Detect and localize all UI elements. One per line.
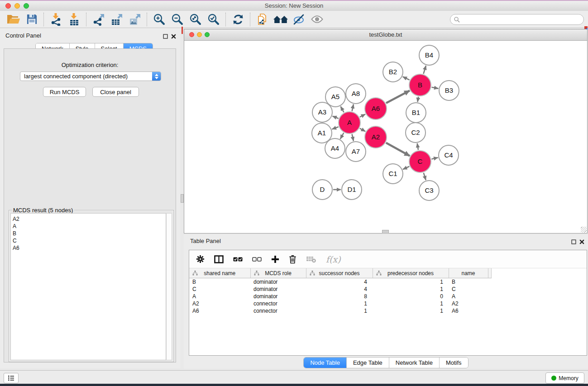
graph-node-label: A5 bbox=[331, 93, 339, 100]
column-header-successor-nodes[interactable]: successor nodes bbox=[306, 268, 373, 278]
table-panel-close-button[interactable] bbox=[579, 238, 584, 243]
graph-edge-A-A4[interactable] bbox=[340, 133, 344, 139]
graph-node-B[interactable]: B bbox=[409, 74, 431, 96]
graph-edge-A-A2[interactable] bbox=[360, 129, 365, 132]
table-row[interactable]: A6connector11A6 bbox=[189, 307, 491, 315]
graph-node-A[interactable]: A bbox=[339, 112, 360, 133]
graph-edge-A-A7[interactable] bbox=[352, 134, 354, 141]
run-mcds-button[interactable]: Run MCDS bbox=[43, 87, 86, 97]
column-header-shared-name[interactable]: shared name bbox=[189, 268, 250, 278]
graph-node-B1[interactable]: B1 bbox=[406, 103, 426, 123]
import-network-button[interactable] bbox=[47, 12, 65, 27]
graph-node-B2[interactable]: B2 bbox=[383, 62, 403, 82]
open-session-button[interactable] bbox=[5, 12, 23, 27]
function-builder-button[interactable]: f(x) bbox=[326, 254, 341, 264]
mcds-result-item[interactable]: A2 bbox=[13, 215, 166, 223]
tab-motifs[interactable]: Motifs bbox=[440, 357, 468, 368]
show-hide-button[interactable] bbox=[290, 12, 308, 27]
graph-edge-B-B4[interactable] bbox=[424, 66, 426, 74]
graph-edge-C-C3[interactable] bbox=[424, 173, 426, 180]
graph-edge-C-C2[interactable] bbox=[417, 143, 418, 150]
graph-node-C2[interactable]: C2 bbox=[406, 123, 425, 143]
show-column-panel-button[interactable] bbox=[214, 255, 224, 263]
task-history-button[interactable] bbox=[4, 373, 19, 383]
table-panel-float-button[interactable] bbox=[571, 238, 576, 243]
create-column-button[interactable] bbox=[271, 255, 279, 263]
zoom-selected-button[interactable] bbox=[205, 12, 223, 27]
search-field[interactable] bbox=[450, 14, 584, 25]
save-session-button[interactable] bbox=[23, 12, 41, 27]
graph-edge-B-B1[interactable] bbox=[418, 97, 419, 102]
graph-node-C1[interactable]: C1 bbox=[383, 164, 403, 184]
graph-node-A1[interactable]: A1 bbox=[312, 123, 332, 143]
graph-edge-B-B2[interactable] bbox=[403, 76, 410, 80]
graph-node-C4[interactable]: C4 bbox=[439, 145, 459, 165]
mcds-result-item[interactable]: A bbox=[13, 223, 166, 230]
control-panel-float-button[interactable] bbox=[163, 33, 168, 38]
new-network-from-selection-button[interactable] bbox=[253, 12, 272, 27]
table-row[interactable]: A2connector11A2 bbox=[189, 300, 491, 307]
graph-edge-A-A5[interactable] bbox=[341, 106, 344, 112]
graph-edge-A-A8[interactable] bbox=[352, 104, 354, 111]
graph-node-A4[interactable]: A4 bbox=[325, 138, 345, 158]
control-panel-close-button[interactable] bbox=[171, 33, 176, 38]
tab-edge-table[interactable]: Edge Table bbox=[347, 357, 389, 368]
graph-node-A5[interactable]: A5 bbox=[325, 87, 345, 107]
network-canvas[interactable]: AA1A2A3A4A5A6A7A8BB1B2B3B4CC1C2C3C4DD1 bbox=[184, 41, 587, 233]
deselect-all-columns-button[interactable] bbox=[252, 257, 262, 262]
graph-node-D[interactable]: D bbox=[312, 180, 332, 200]
graph-edge-C-C1[interactable] bbox=[403, 167, 409, 170]
graph-node-C3[interactable]: C3 bbox=[419, 181, 439, 200]
mcds-result-item[interactable]: B bbox=[13, 230, 166, 237]
delete-table-button[interactable] bbox=[306, 256, 316, 263]
graph-node-A7[interactable]: A7 bbox=[346, 142, 366, 162]
column-header-name[interactable]: name bbox=[449, 268, 488, 278]
select-all-columns-button[interactable] bbox=[233, 257, 243, 262]
graph-node-A6[interactable]: A6 bbox=[365, 98, 387, 119]
graph-edge-A-A6[interactable] bbox=[360, 114, 365, 117]
export-network-button[interactable] bbox=[90, 12, 108, 27]
mcds-result-item[interactable]: A6 bbox=[13, 244, 166, 252]
delete-columns-button[interactable] bbox=[289, 255, 296, 264]
graph-edge-A2-C[interactable] bbox=[386, 143, 410, 156]
graph-edge-B-B3[interactable] bbox=[432, 87, 439, 89]
graph-node-A2[interactable]: A2 bbox=[365, 126, 387, 148]
export-image-button[interactable] bbox=[126, 12, 144, 27]
graph-node-B3[interactable]: B3 bbox=[439, 81, 459, 100]
zoom-out-button[interactable] bbox=[168, 12, 186, 27]
search-input[interactable] bbox=[460, 15, 583, 24]
memory-button[interactable]: Memory bbox=[545, 372, 584, 384]
column-header-predecessor-nodes[interactable]: predecessor nodes bbox=[373, 268, 449, 278]
graph-node-D1[interactable]: D1 bbox=[342, 180, 362, 200]
select-stepper-icon bbox=[152, 72, 161, 81]
table-settings-button[interactable] bbox=[196, 255, 205, 263]
import-table-button[interactable] bbox=[65, 12, 83, 27]
tab-node-table[interactable]: Node Table bbox=[304, 357, 347, 368]
zoom-in-button[interactable] bbox=[150, 12, 168, 27]
table-row[interactable]: Bdominator41B bbox=[189, 278, 491, 286]
graph-node-C[interactable]: C bbox=[409, 151, 431, 172]
mcds-list-scrollbar[interactable] bbox=[166, 213, 172, 360]
criterion-select[interactable]: largest connected component (directed) bbox=[20, 71, 161, 81]
splitter-handle-bottom[interactable] bbox=[382, 230, 389, 234]
graph-edge-A6-B[interactable] bbox=[386, 91, 410, 103]
preview-button[interactable] bbox=[308, 12, 326, 27]
table-row[interactable]: Adominator80A bbox=[189, 293, 491, 300]
refresh-layout-button[interactable] bbox=[229, 12, 247, 27]
first-neighbors-button[interactable] bbox=[272, 12, 290, 27]
graph-node-A8[interactable]: A8 bbox=[346, 84, 366, 104]
graph-node-A3[interactable]: A3 bbox=[312, 102, 332, 122]
tab-network-table[interactable]: Network Table bbox=[389, 357, 440, 368]
close-panel-button[interactable]: Close panel bbox=[92, 87, 139, 97]
graph-edge-C-C4[interactable] bbox=[431, 157, 438, 159]
resize-grip[interactable] bbox=[581, 227, 587, 233]
mcds-result-item[interactable]: C bbox=[13, 237, 166, 244]
graph-node-B4[interactable]: B4 bbox=[419, 45, 439, 65]
graph-edge-A-A3[interactable] bbox=[332, 116, 338, 119]
graph-edge-A-A1[interactable] bbox=[332, 127, 339, 129]
zoom-fit-button[interactable] bbox=[186, 12, 205, 27]
table-row[interactable]: Cdominator41C bbox=[189, 286, 491, 293]
export-table-button[interactable] bbox=[108, 12, 126, 27]
column-header-mcds-role[interactable]: MCDS role bbox=[250, 268, 306, 278]
splitter-handle-left[interactable] bbox=[181, 194, 184, 203]
